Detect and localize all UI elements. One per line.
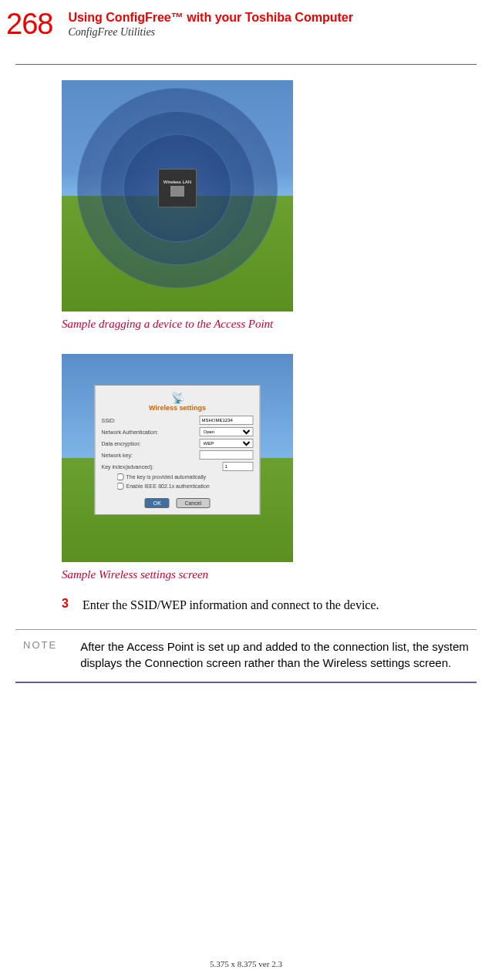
encrypt-label: Data encryption: [102,441,141,446]
header-subtitle: ConfigFree Utilities [68,26,352,39]
caption-2: Sample Wireless settings screen [62,568,469,581]
ok-button[interactable]: OK [145,498,170,508]
auth-select[interactable]: Open [200,427,254,436]
page-header: 268 Using ConfigFree™ with your Toshiba … [0,0,492,49]
ssid-label: SSID: [102,418,116,423]
ssid-row: SSID: [102,416,254,425]
center-device: Wireless LAN [158,169,197,207]
step-number: 3 [62,597,69,614]
caption-1: Sample dragging a device to the Access P… [62,318,469,331]
wireless-settings-dialog: 📡 Wireless settings SSID: Network Authen… [95,385,261,515]
auth-label: Network Authentication: [102,429,159,435]
note-label: NOTE [15,639,57,671]
encrypt-row: Data encryption: WEP [102,439,254,448]
encrypt-select[interactable]: WEP [200,439,254,448]
key-index-row: Key index(advanced): [102,462,254,471]
screenshot-wireless-settings: 📡 Wireless settings SSID: Network Authen… [62,354,293,562]
key-label: Network key: [102,453,133,458]
cancel-button[interactable]: Cancel [176,498,210,508]
checkbox-ieee: Enable IEEE 802.1x authentication [117,483,254,490]
device-label: Wireless LAN [163,180,191,184]
header-rule [15,64,477,65]
laptop-icon [170,186,184,197]
key-index-label: Key index(advanced): [102,464,154,470]
footer-text: 5.375 x 8.375 ver 2.3 [0,959,492,968]
screenshot-radar: Wireless LAN [62,80,293,312]
ieee-label: Enable IEEE 802.1x authentication [126,483,210,489]
antenna-icon: 📡 [102,392,254,404]
auth-row: Network Authentication: Open [102,427,254,436]
page-number: 268 [6,8,52,41]
step-text: Enter the SSID/WEP information and conne… [83,597,379,614]
key-input[interactable] [200,450,254,460]
header-text-block: Using ConfigFree™ with your Toshiba Comp… [68,8,352,39]
ieee-checkbox[interactable] [117,483,124,490]
note-text: After the Access Point is set up and add… [80,639,469,671]
dialog-buttons: OK Cancel [102,494,254,508]
key-row: Network key: [102,450,254,460]
note-section: NOTE After the Access Point is set up an… [15,629,477,683]
ssid-input[interactable] [200,416,254,425]
checkbox-auto-key: The key is provided automatically [117,473,254,480]
step-3-row: 3 Enter the SSID/WEP information and con… [62,597,469,614]
auto-key-label: The key is provided automatically [126,474,207,480]
radar-circles: Wireless LAN [77,88,278,288]
content-area: Wireless LAN Sample dragging a device to… [0,80,492,614]
header-title: Using ConfigFree™ with your Toshiba Comp… [68,11,352,25]
dialog-title: Wireless settings [102,404,254,412]
auto-key-checkbox[interactable] [117,473,124,480]
key-index-input[interactable] [223,462,254,471]
